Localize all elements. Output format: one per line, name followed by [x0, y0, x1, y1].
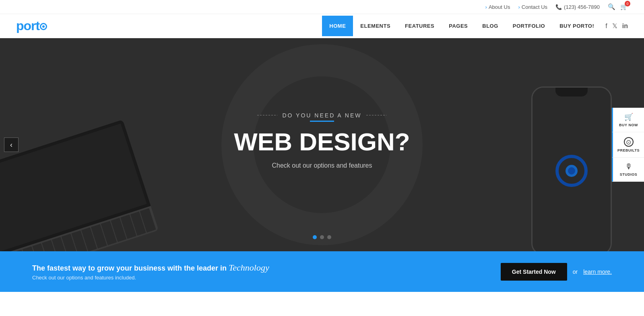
phone-number: 📞 (123) 456-7890 [555, 4, 600, 10]
side-btn-buy-now[interactable]: 🛒 BUY NOW [612, 108, 644, 132]
slider-dot-1[interactable] [313, 235, 317, 239]
cta-actions: Get Started Now or learn more. [501, 263, 612, 281]
side-btn-prebuilts[interactable]: ⊙ PREBUILTS [612, 132, 644, 158]
hero-underline [310, 121, 334, 122]
cta-learn-more-link[interactable]: learn more. [583, 269, 612, 275]
cart-icon[interactable]: 🛒 0 [620, 3, 628, 10]
cta-subtext: Check out our options and features inclu… [32, 275, 269, 281]
slider-dot-2[interactable] [320, 235, 324, 239]
nav-elements[interactable]: ELEMENTS [353, 16, 398, 36]
search-icon[interactable]: 🔍 [608, 3, 615, 10]
studios-label: STUDIOS [620, 172, 638, 176]
side-panel: 🛒 BUY NOW ⊙ PREBUILTS 🎙 STUDIOS [612, 108, 644, 182]
main-nav: HOME ELEMENTS FEATURES PAGES BLOG PORTFO… [322, 16, 601, 36]
hero-section: DO YOU NEED A NEW WEB DESIGN? Check out … [0, 38, 644, 251]
nav-pages[interactable]: PAGES [442, 16, 475, 36]
phone-logo-inner [566, 165, 578, 177]
slider-arrow-left[interactable]: ‹ [4, 137, 19, 152]
hero-line-left [257, 115, 277, 115]
top-bar-icons: 🔍 🛒 0 [608, 3, 628, 10]
buy-now-label: BUY NOW [619, 123, 638, 127]
cta-heading-start: The fastest way to grow your business wi… [32, 264, 227, 272]
phone-icon: 📞 [555, 4, 562, 10]
prebuilts-label: PREBUILTS [617, 148, 640, 152]
contact-us-link[interactable]: Contact Us [518, 4, 547, 10]
nav-blog[interactable]: BLOG [475, 16, 506, 36]
cart-badge: 0 [625, 1, 630, 6]
nav-features[interactable]: FEATURES [398, 16, 442, 36]
hero-subtitle-text: DO YOU NEED A NEW [282, 112, 361, 119]
slider-dot-3[interactable] [327, 235, 331, 239]
hero-description: Check out our options and features [234, 162, 410, 169]
hero-content: DO YOU NEED A NEW WEB DESIGN? Check out … [234, 112, 410, 177]
nav-portfolio[interactable]: PORTFOLIO [506, 16, 552, 36]
logo[interactable]: port [16, 18, 47, 33]
phone-text: (123) 456-7890 [564, 4, 600, 10]
twitter-icon[interactable]: 𝕏 [612, 22, 617, 30]
slider-dots [313, 235, 331, 239]
hero-title: WEB DESIGN? [234, 128, 410, 156]
cta-heading-cursive: Technology [229, 263, 269, 273]
nav-home[interactable]: HOME [322, 16, 353, 36]
about-us-link[interactable]: About Us [485, 4, 510, 10]
linkedin-icon[interactable]: in [622, 23, 628, 30]
facebook-icon[interactable]: f [605, 23, 607, 30]
buy-now-icon: 🛒 [624, 113, 633, 121]
cta-learn-prefix: or [573, 269, 578, 275]
header: port HOME ELEMENTS FEATURES PAGES BLOG P… [0, 14, 644, 38]
top-bar-links: About Us Contact Us [485, 4, 547, 10]
studios-icon: 🎙 [625, 162, 632, 171]
get-started-button[interactable]: Get Started Now [501, 263, 567, 281]
cta-text-block: The fastest way to grow your business wi… [32, 263, 269, 281]
hero-subtitle: DO YOU NEED A NEW [234, 112, 410, 119]
phone-notch [555, 88, 588, 96]
nav-buy-porto[interactable]: BUY PORTO! [552, 16, 601, 36]
cta-heading: The fastest way to grow your business wi… [32, 263, 269, 273]
phone-logo [555, 155, 588, 187]
hero-line-right [366, 115, 386, 115]
prebuilts-icon: ⊙ [624, 137, 634, 147]
phone-body [531, 86, 612, 251]
phone-screen [533, 88, 611, 251]
hero-phone-image [531, 86, 612, 251]
hero-laptop-image [0, 131, 145, 251]
cta-section: The fastest way to grow your business wi… [0, 251, 644, 292]
nav-social: f 𝕏 in [605, 22, 628, 30]
side-btn-studios[interactable]: 🎙 STUDIOS [612, 158, 644, 182]
top-bar: About Us Contact Us 📞 (123) 456-7890 🔍 🛒… [0, 0, 644, 14]
